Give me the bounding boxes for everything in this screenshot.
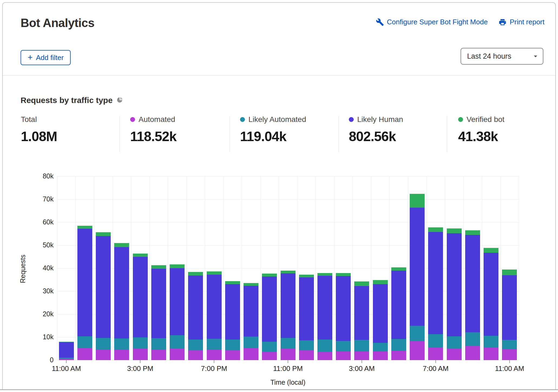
- bar-segment-automated[interactable]: [484, 347, 498, 360]
- bar-hour-6[interactable]: [170, 176, 185, 360]
- bar-segment-likely-automated[interactable]: [447, 336, 462, 348]
- bar-hour-1[interactable]: [77, 176, 92, 360]
- stat-verified-bot[interactable]: Verified bot41.38k: [458, 115, 504, 144]
- bar-segment-automated[interactable]: [465, 346, 480, 360]
- bar-segment-automated[interactable]: [447, 349, 462, 360]
- bar-hour-18[interactable]: [391, 176, 406, 360]
- bar-segment-likely-human[interactable]: [207, 275, 222, 339]
- bar-segment-likely-human[interactable]: [59, 342, 74, 358]
- bar-segment-automated[interactable]: [244, 348, 258, 360]
- bar-hour-9[interactable]: [225, 176, 240, 360]
- bar-segment-verified-bot[interactable]: [410, 194, 425, 207]
- bar-segment-likely-automated[interactable]: [151, 338, 166, 350]
- bar-segment-likely-automated[interactable]: [373, 343, 388, 351]
- bar-segment-automated[interactable]: [170, 348, 185, 360]
- bar-segment-likely-automated[interactable]: [281, 338, 296, 349]
- bar-hour-15[interactable]: [336, 176, 351, 360]
- bar-segment-likely-automated[interactable]: [484, 336, 498, 347]
- bar-segment-likely-automated[interactable]: [502, 340, 517, 349]
- time-range-select[interactable]: Last 24 hours: [461, 48, 543, 65]
- bar-segment-verified-bot[interactable]: [299, 275, 314, 277]
- configure-super-bot-fight-mode-link[interactable]: Configure Super Bot Fight Mode: [376, 18, 488, 26]
- bar-segment-verified-bot[interactable]: [151, 265, 166, 269]
- bar-hour-10[interactable]: [244, 176, 258, 360]
- bar-segment-likely-automated[interactable]: [188, 340, 203, 350]
- print-report-link[interactable]: Print report: [498, 18, 544, 26]
- bar-segment-likely-human[interactable]: [354, 286, 369, 340]
- bar-segment-likely-automated[interactable]: [114, 338, 129, 350]
- bar-segment-automated[interactable]: [77, 348, 92, 360]
- bar-segment-likely-automated[interactable]: [391, 339, 406, 351]
- bar-hour-7[interactable]: [188, 176, 203, 360]
- bar-segment-automated[interactable]: [391, 351, 406, 360]
- bar-segment-likely-automated[interactable]: [299, 340, 314, 350]
- bar-segment-automated[interactable]: [96, 350, 111, 360]
- bar-hour-3[interactable]: [114, 176, 129, 360]
- bar-hour-14[interactable]: [317, 176, 332, 360]
- bar-segment-likely-automated[interactable]: [225, 340, 240, 350]
- bar-hour-17[interactable]: [373, 176, 388, 360]
- bar-hour-19[interactable]: [410, 176, 425, 360]
- bar-segment-likely-human[interactable]: [77, 229, 92, 336]
- bar-segment-verified-bot[interactable]: [391, 267, 406, 271]
- bar-segment-likely-human[interactable]: [465, 235, 480, 332]
- bar-segment-verified-bot[interactable]: [373, 280, 388, 284]
- add-filter-button[interactable]: + Add filter: [21, 50, 71, 65]
- bar-segment-verified-bot[interactable]: [170, 264, 185, 268]
- bar-segment-verified-bot[interactable]: [96, 232, 111, 236]
- bar-hour-20[interactable]: [428, 176, 443, 360]
- bar-segment-likely-automated[interactable]: [77, 336, 92, 348]
- bar-segment-likely-human[interactable]: [336, 276, 351, 341]
- bar-segment-likely-automated[interactable]: [465, 332, 480, 346]
- bar-segment-likely-human[interactable]: [428, 232, 443, 334]
- bar-segment-verified-bot[interactable]: [317, 273, 332, 276]
- bar-segment-likely-automated[interactable]: [336, 341, 351, 351]
- bar-segment-automated[interactable]: [281, 349, 296, 360]
- bar-segment-verified-bot[interactable]: [502, 270, 517, 275]
- bar-segment-likely-human[interactable]: [391, 271, 406, 339]
- bar-segment-automated[interactable]: [188, 350, 203, 360]
- bar-segment-automated[interactable]: [336, 351, 351, 360]
- bar-segment-automated[interactable]: [225, 350, 240, 360]
- bar-hour-23[interactable]: [484, 176, 498, 360]
- bar-hour-16[interactable]: [354, 176, 369, 360]
- bar-segment-likely-automated[interactable]: [317, 340, 332, 351]
- bar-segment-verified-bot[interactable]: [447, 228, 462, 233]
- bar-segment-likely-automated[interactable]: [410, 326, 425, 341]
- bar-segment-likely-automated[interactable]: [244, 337, 258, 348]
- bar-segment-likely-automated[interactable]: [96, 338, 111, 350]
- bar-segment-likely-human[interactable]: [225, 284, 240, 340]
- stat-total[interactable]: Total1.08M: [21, 115, 57, 144]
- bar-segment-likely-human[interactable]: [170, 268, 185, 335]
- bar-hour-0[interactable]: [59, 176, 74, 360]
- bar-segment-verified-bot[interactable]: [465, 230, 480, 235]
- bar-segment-verified-bot[interactable]: [244, 283, 258, 286]
- bar-segment-automated[interactable]: [502, 349, 517, 360]
- bar-segment-automated[interactable]: [114, 350, 129, 360]
- bar-segment-verified-bot[interactable]: [428, 227, 443, 232]
- bar-segment-verified-bot[interactable]: [484, 248, 498, 253]
- bar-segment-likely-human[interactable]: [244, 286, 258, 337]
- bar-segment-automated[interactable]: [410, 341, 425, 360]
- bar-segment-likely-automated[interactable]: [262, 342, 277, 352]
- bar-segment-verified-bot[interactable]: [354, 281, 369, 286]
- bar-segment-likely-human[interactable]: [502, 275, 517, 340]
- bar-hour-21[interactable]: [447, 176, 462, 360]
- bar-segment-verified-bot[interactable]: [77, 226, 92, 229]
- bar-hour-24[interactable]: [502, 176, 517, 360]
- bar-segment-verified-bot[interactable]: [59, 342, 74, 342]
- bar-hour-11[interactable]: [262, 176, 277, 360]
- bar-segment-likely-human[interactable]: [114, 247, 129, 338]
- bar-segment-likely-automated[interactable]: [170, 335, 185, 348]
- bar-segment-automated[interactable]: [299, 350, 314, 360]
- stat-automated[interactable]: Automated118.52k: [130, 115, 176, 144]
- bar-segment-automated[interactable]: [354, 351, 369, 360]
- bar-segment-likely-human[interactable]: [447, 233, 462, 337]
- stat-likely-human[interactable]: Likely Human802.56k: [349, 115, 403, 144]
- bar-hour-12[interactable]: [281, 176, 296, 360]
- bar-segment-likely-automated[interactable]: [133, 337, 148, 349]
- bar-hour-4[interactable]: [133, 176, 148, 360]
- bar-segment-likely-human[interactable]: [151, 269, 166, 338]
- bar-segment-likely-human[interactable]: [281, 273, 296, 338]
- bar-segment-verified-bot[interactable]: [188, 272, 203, 276]
